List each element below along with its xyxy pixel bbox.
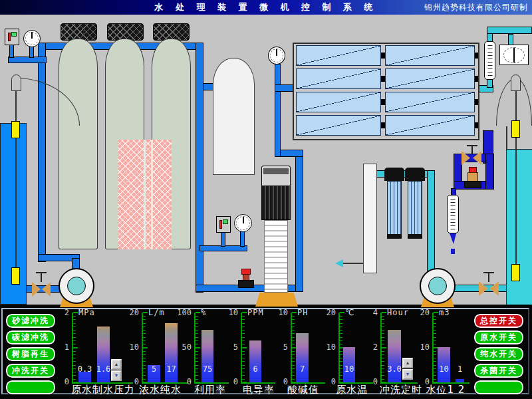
chart-4-value: 7: [293, 364, 311, 374]
pipe: [240, 231, 245, 247]
panel-gauge: [499, 45, 529, 65]
flush-button-4-blank[interactable]: [6, 380, 55, 394]
pipe: [275, 64, 281, 157]
pipe: [485, 154, 494, 190]
chart-1-scale-label: 10: [119, 342, 139, 352]
chart-3-major-tick: [242, 312, 247, 313]
pipe: [295, 150, 303, 292]
pipe: [487, 27, 532, 34]
level-sensor-line: [15, 91, 17, 268]
pure-water-valve[interactable]: [479, 281, 488, 296]
membrane-panel: [385, 68, 475, 89]
level-float: [511, 120, 520, 138]
master-button-3[interactable]: 杀菌开关: [474, 364, 523, 378]
membrane-panel: [296, 115, 381, 136]
relief-valve-base: [464, 181, 481, 188]
hp-pump-motor[interactable]: [261, 186, 291, 220]
title-bar: 水 处 理 装 置 微 机 控 制 系 统 锦州趋势科技有限公司研制: [0, 0, 532, 15]
tank-wall: [144, 140, 146, 249]
chart-1-major-tick: [143, 347, 148, 348]
flush-button-3[interactable]: 冲洗开关: [6, 364, 55, 378]
level-float: [511, 264, 520, 281]
chart-7-unit: m3: [439, 308, 450, 317]
chart-6-unit: Hour: [387, 308, 409, 317]
flowmeter-scale: [451, 199, 456, 229]
master-button-2[interactable]: 纯水开关: [474, 347, 523, 361]
level-sensor-head: [11, 74, 21, 91]
chart-7-value: 1: [453, 364, 467, 374]
hp-pump-cap-band: [263, 168, 289, 174]
spout-pipe: [340, 263, 363, 264]
pipe: [275, 84, 294, 92]
chart-3-scale-label: 5: [218, 342, 238, 352]
chart-1-major-tick: [143, 312, 148, 313]
pure-water-valve[interactable]: [489, 281, 499, 296]
pressure-switch-box[interactable]: [216, 216, 231, 233]
level-float: [11, 267, 20, 285]
chart-1-value: 5: [145, 364, 163, 374]
drip: [451, 249, 455, 254]
ro-membrane-array: [293, 43, 479, 140]
gauge-needle: [513, 48, 515, 63]
membrane-port: [381, 53, 385, 59]
membrane-panel: [296, 45, 381, 66]
flush-button-0[interactable]: 砂滤冲洗: [6, 314, 55, 328]
membrane-port: [475, 122, 478, 128]
flush-button-1[interactable]: 碳滤冲洗: [6, 331, 55, 344]
flush-button-2[interactable]: 树脂再生: [6, 347, 55, 361]
chart-0-major-tick: [73, 347, 78, 348]
valve-handle: [36, 272, 47, 273]
pipe: [508, 34, 513, 45]
chart-2-major-tick: [196, 312, 200, 313]
pressure-gauge: [23, 30, 41, 47]
membrane-port: [475, 99, 478, 105]
chart-0-bar-fill: [97, 327, 110, 382]
indicator-button[interactable]: [11, 32, 17, 37]
membrane-panel: [385, 115, 475, 136]
master-button-1[interactable]: 原水开关: [474, 331, 523, 344]
chart-2-scale-label: 50: [172, 342, 192, 352]
cartridge-cap: [405, 168, 425, 181]
membrane-panel: [385, 92, 475, 112]
chart-2-bar-0: [201, 330, 213, 382]
drain-funnel: [450, 233, 456, 244]
chart-0-scale-label: 1: [49, 342, 69, 352]
hp-pump-base: [255, 293, 298, 307]
chart-0-spinner-up[interactable]: ▲: [111, 359, 122, 370]
pipe: [487, 78, 493, 88]
chart-6-scale-label: 4: [358, 308, 378, 317]
flowmeter-scale: [487, 45, 492, 76]
uv-column: [363, 164, 377, 273]
valve-stem: [471, 146, 473, 154]
permeate-flowmeter: [484, 41, 495, 80]
pipe: [196, 43, 203, 293]
chart-6-bar-0: [388, 330, 401, 382]
security-filter-cartridge: [387, 181, 402, 238]
chart-7-bar-fill: [456, 379, 464, 382]
cartridge-bottom: [408, 234, 422, 239]
chart-0-scale-label: 2: [49, 308, 69, 317]
chart-6-major-tick: [382, 312, 386, 313]
tank-wall: [151, 140, 153, 249]
chart-4-major-tick: [292, 312, 297, 313]
pipe: [427, 170, 435, 273]
chart-6-spinner-up[interactable]: ▲: [402, 358, 413, 368]
chart-6-scale-label: 2: [358, 342, 378, 352]
valve-handle: [483, 272, 494, 273]
chart-4-scale-label: 5: [268, 342, 288, 352]
pressure-switch-box[interactable]: [5, 29, 19, 45]
chart-4-bar-0: [296, 333, 309, 382]
master-button-0[interactable]: 总控开关: [474, 314, 523, 328]
membrane-port: [381, 76, 385, 82]
raw-water-valve[interactable]: [42, 282, 51, 297]
valve-stem: [488, 273, 489, 282]
chart-3-bar-fill: [249, 340, 261, 382]
indicator-button[interactable]: [223, 219, 228, 224]
chart-4-scale-label: 10: [268, 308, 288, 317]
gauge-needle: [243, 217, 244, 224]
gauge-needle: [276, 49, 277, 57]
chart-2-scale-label: 100: [172, 308, 192, 317]
hp-pump-stages: [264, 220, 288, 293]
raw-water-valve[interactable]: [32, 282, 41, 297]
chart-2-value: 75: [199, 364, 216, 374]
